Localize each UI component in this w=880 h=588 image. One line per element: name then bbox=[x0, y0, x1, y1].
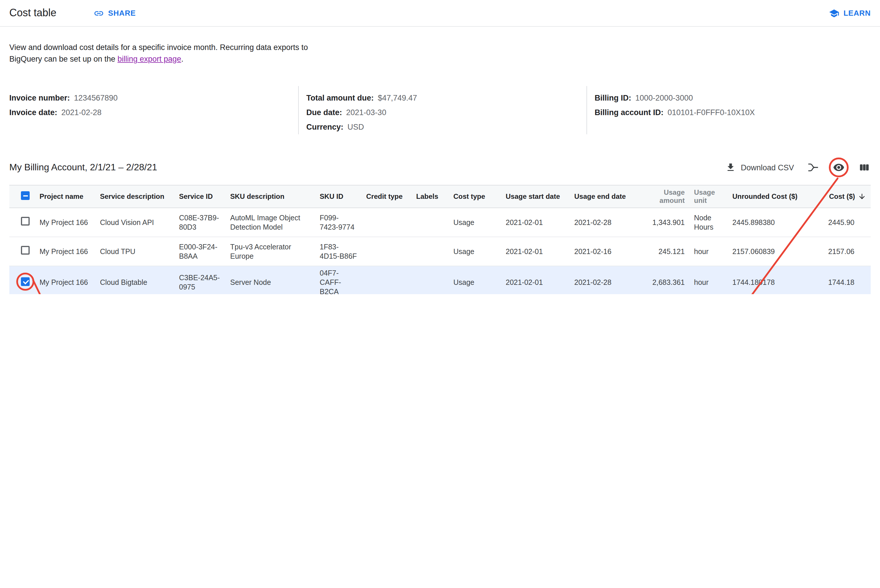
invoice-field: Due date:2021-03-30 bbox=[306, 105, 586, 120]
row-checkbox[interactable] bbox=[21, 246, 30, 255]
preview-button[interactable] bbox=[832, 161, 845, 174]
billing-account-title: My Billing Account, 2/1/21 – 2/28/21 bbox=[9, 162, 157, 172]
table-actions: Download CSV bbox=[726, 161, 871, 174]
cell-end: 2021-02-16 bbox=[570, 237, 637, 266]
invoice-field-value: $47,749.47 bbox=[378, 94, 417, 102]
learn-label: LEARN bbox=[843, 9, 871, 18]
cell-amount: 245.121 bbox=[637, 237, 690, 266]
table-section-header: My Billing Account, 2/1/21 – 2/28/21 Dow… bbox=[9, 154, 871, 180]
share-button[interactable]: SHARE bbox=[94, 8, 136, 18]
column-header: Usage unit bbox=[690, 185, 728, 208]
row-select-cell bbox=[9, 237, 35, 266]
column-header: Unrounded Cost ($) bbox=[728, 185, 803, 208]
column-header-label: Cost ($) bbox=[829, 192, 855, 201]
cell-cost-type: Usage bbox=[449, 237, 501, 266]
cell-cost: 2157.06 bbox=[803, 237, 871, 266]
cell-start: 2021-02-01 bbox=[501, 266, 570, 294]
cell-labels bbox=[412, 266, 449, 294]
invoice-field-value: 1234567890 bbox=[74, 94, 118, 102]
select-all-checkbox[interactable] bbox=[21, 191, 30, 200]
description-period: . bbox=[181, 55, 183, 63]
cell-sku-desc: AutoML Image Object Detection Model bbox=[225, 208, 315, 237]
invoice-field: Invoice number:1234567890 bbox=[9, 91, 298, 105]
invoice-field-label: Invoice number: bbox=[9, 94, 70, 102]
sort-descending-icon[interactable] bbox=[858, 192, 866, 201]
page-header: Cost table SHARE LEARN bbox=[0, 0, 880, 27]
invoice-field-value: 2021-02-28 bbox=[61, 108, 102, 117]
column-header: Cost type bbox=[449, 185, 501, 208]
invoice-field-label: Invoice date: bbox=[9, 108, 57, 117]
billing-export-link[interactable]: billing export page bbox=[117, 55, 181, 63]
invoice-field-value: USD bbox=[348, 123, 364, 131]
invoice-field: Billing account ID:010101-F0FFF0-10X10X bbox=[595, 105, 871, 120]
cell-sku-desc: Server Node bbox=[225, 266, 315, 294]
flow-chart-glyph bbox=[807, 162, 819, 173]
cell-end: 2021-02-28 bbox=[570, 266, 637, 294]
cell-start: 2021-02-01 bbox=[501, 208, 570, 237]
column-header: Labels bbox=[412, 185, 449, 208]
cell-unrounded: 1744.180178 bbox=[728, 266, 803, 294]
column-display-icon bbox=[859, 162, 870, 172]
invoice-field-label: Total amount due: bbox=[306, 94, 374, 102]
invoice-field-label: Due date: bbox=[306, 108, 342, 117]
column-display-button[interactable] bbox=[858, 161, 871, 174]
invoice-field: Currency:USD bbox=[306, 120, 586, 134]
cell-amount: 2,683.361 bbox=[637, 266, 690, 294]
cost-table-page: Cost table SHARE LEARN View and download… bbox=[0, 0, 880, 294]
cell-project: My Project 166 bbox=[35, 266, 95, 294]
cell-credit-type bbox=[361, 237, 412, 266]
flow-chart-icon[interactable] bbox=[807, 161, 820, 174]
invoice-column-2: Total amount due:$47,749.47Due date:2021… bbox=[298, 86, 586, 134]
cell-service-id: E000-3F24-B8AA bbox=[174, 237, 225, 266]
cell-credit-type bbox=[361, 208, 412, 237]
column-header: Credit type bbox=[361, 185, 412, 208]
cell-unrounded: 2445.898380 bbox=[728, 208, 803, 237]
cell-service-id: C08E-37B9-80D3 bbox=[174, 208, 225, 237]
column-header: Usage start date bbox=[501, 185, 570, 208]
cell-credit-type bbox=[361, 266, 412, 294]
cell-labels bbox=[412, 208, 449, 237]
invoice-field-label: Billing ID: bbox=[595, 94, 631, 102]
select-all-header-cell bbox=[9, 185, 35, 208]
cell-sku-id: F099-7423-9774 bbox=[315, 208, 361, 237]
link-icon bbox=[94, 8, 104, 18]
row-checkbox[interactable] bbox=[21, 277, 30, 286]
cell-service: Cloud Bigtable bbox=[95, 266, 174, 294]
invoice-field-value: 010101-F0FFF0-10X10X bbox=[667, 108, 755, 117]
column-header: SKU ID bbox=[315, 185, 361, 208]
cell-service: Cloud TPU bbox=[95, 237, 174, 266]
cell-unit: hour bbox=[690, 266, 728, 294]
invoice-column-1: Invoice number:1234567890Invoice date:20… bbox=[9, 86, 298, 134]
invoice-field-label: Currency: bbox=[306, 123, 343, 131]
share-label: SHARE bbox=[108, 9, 136, 18]
cell-project: My Project 166 bbox=[35, 237, 95, 266]
row-checkbox[interactable] bbox=[21, 217, 30, 225]
column-header: Cost ($) bbox=[803, 185, 871, 208]
table-row: My Project 166Cloud TPUE000-3F24-B8AATpu… bbox=[9, 237, 871, 266]
school-icon bbox=[829, 8, 839, 18]
invoice-field-label: Billing account ID: bbox=[595, 108, 664, 117]
cell-cost: 2445.90 bbox=[803, 208, 871, 237]
invoice-field: Invoice date:2021-02-28 bbox=[9, 105, 298, 120]
cell-sku-desc: Tpu-v3 Accelerator Europe bbox=[225, 237, 315, 266]
cell-service-id: C3BE-24A5-0975 bbox=[174, 266, 225, 294]
download-icon bbox=[726, 162, 736, 172]
table-header-row: Project nameService descriptionService I… bbox=[9, 185, 871, 208]
cell-cost: 1744.18 bbox=[803, 266, 871, 294]
page-description: View and download cost details for a spe… bbox=[9, 42, 328, 65]
cell-sku-id: 04F7-CAFF-B2CA bbox=[315, 266, 361, 294]
cell-service: Cloud Vision API bbox=[95, 208, 174, 237]
row-select-cell bbox=[9, 208, 35, 237]
eye-icon bbox=[833, 162, 844, 173]
cell-cost-type: Usage bbox=[449, 208, 501, 237]
cell-sku-id: 1F83-4D15-B86F bbox=[315, 237, 361, 266]
column-header: Usage amount bbox=[637, 185, 690, 208]
column-header: Service description bbox=[95, 185, 174, 208]
invoice-summary: Invoice number:1234567890Invoice date:20… bbox=[9, 86, 871, 134]
download-csv-button[interactable]: Download CSV bbox=[726, 162, 794, 172]
invoice-field: Billing ID:1000-2000-3000 bbox=[595, 91, 871, 105]
cell-cost-type: Usage bbox=[449, 266, 501, 294]
cell-unrounded: 2157.060839 bbox=[728, 237, 803, 266]
cell-labels bbox=[412, 237, 449, 266]
learn-button[interactable]: LEARN bbox=[829, 8, 871, 18]
